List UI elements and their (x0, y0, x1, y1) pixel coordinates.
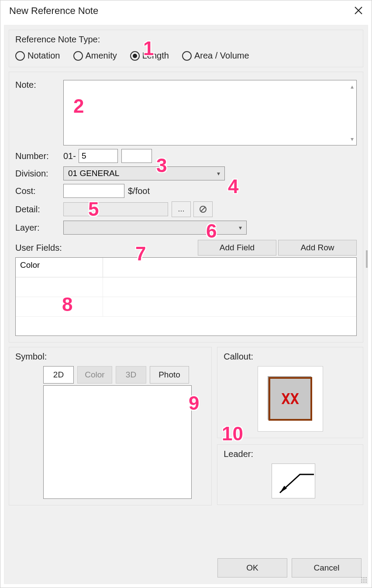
table-header-cell (103, 258, 356, 277)
close-icon[interactable] (351, 3, 366, 18)
symbol-preview[interactable] (43, 385, 192, 499)
user-fields-label: User Fields: (15, 243, 198, 253)
radio-area-volume[interactable]: Area / Volume (182, 51, 249, 61)
add-field-label: Add Field (220, 243, 255, 252)
table-cell[interactable] (16, 277, 103, 297)
cost-label: Cost: (15, 186, 63, 196)
client-area: Reference Note Type: Notation Amenity Le… (4, 25, 368, 584)
radio-icon (73, 51, 83, 61)
number-label: Number: (15, 151, 63, 161)
type-radio-row: Notation Amenity Length Area / Volume (15, 51, 357, 61)
scroll-up-icon[interactable]: ▴ (351, 83, 354, 90)
division-label: Division: (15, 169, 63, 179)
detail-label: Detail: (15, 204, 63, 214)
chevron-down-icon: ▾ (217, 170, 220, 177)
division-value: 01 GENERAL (68, 169, 119, 178)
cancel-button[interactable]: Cancel (292, 558, 362, 578)
dialog-window: New Reference Note Reference Note Type: … (0, 0, 372, 588)
ok-button[interactable]: OK (217, 558, 287, 578)
cost-unit: $/foot (128, 186, 150, 196)
radio-length[interactable]: Length (130, 51, 169, 61)
callout-text: XX (281, 390, 299, 408)
ellipsis-icon: … (178, 205, 185, 213)
table-header-row: Color (16, 258, 356, 277)
table-cell[interactable] (103, 277, 356, 297)
radio-notation-label: Notation (28, 51, 60, 61)
leader-icon (272, 464, 316, 499)
tab-3d-label: 3D (126, 370, 136, 380)
table-row[interactable] (16, 277, 356, 297)
number-input-2[interactable] (121, 149, 152, 163)
note-label: Note: (15, 80, 63, 90)
detail-browse-button[interactable]: … (172, 201, 191, 217)
division-select[interactable]: 01 GENERAL ▾ (63, 166, 225, 180)
table-row[interactable] (16, 297, 356, 317)
radio-icon (15, 51, 25, 61)
callout-preview[interactable]: XX (258, 366, 323, 432)
type-group: Reference Note Type: Notation Amenity Le… (9, 30, 363, 67)
leader-label: Leader: (224, 449, 357, 459)
cancel-label: Cancel (313, 563, 339, 573)
cost-input[interactable] (63, 184, 124, 198)
detail-clear-button[interactable] (193, 201, 213, 217)
radio-amenity-label: Amenity (86, 51, 117, 61)
chevron-down-icon: ▾ (239, 224, 242, 231)
callout-label: Callout: (224, 352, 357, 362)
fields-group: Note: ▴ ▾ Number: 01- Division: 01 GENER… (9, 72, 363, 342)
resize-grip[interactable] (360, 576, 367, 583)
add-row-label: Add Row (300, 243, 334, 252)
table-cell[interactable] (16, 297, 103, 316)
number-prefix: 01- (63, 151, 76, 161)
table-header-cell[interactable]: Color (16, 258, 103, 277)
bottom-section: Symbol: 2D Color 3D Photo Callout: XX (9, 347, 363, 505)
layer-select[interactable]: ▾ (63, 221, 247, 235)
no-icon (199, 205, 207, 213)
number-input-1[interactable] (79, 149, 118, 163)
window-title: New Reference Note (9, 5, 98, 17)
tab-color[interactable]: Color (77, 366, 112, 384)
add-row-button[interactable]: Add Row (278, 240, 357, 256)
dialog-buttons: OK Cancel (217, 558, 362, 578)
symbol-label: Symbol: (15, 352, 205, 362)
radio-areavol-label: Area / Volume (194, 51, 249, 61)
tab-2d[interactable]: 2D (43, 366, 74, 384)
leader-preview[interactable] (272, 463, 315, 498)
radio-amenity[interactable]: Amenity (73, 51, 117, 61)
svg-line-1 (201, 207, 205, 211)
table-cell[interactable] (103, 297, 356, 316)
user-fields-table[interactable]: Color (15, 257, 357, 336)
add-field-button[interactable]: Add Field (198, 240, 276, 256)
layer-label: Layer: (15, 223, 63, 233)
symbol-group: Symbol: 2D Color 3D Photo (9, 347, 212, 505)
note-textarea[interactable]: ▴ ▾ (63, 80, 357, 145)
scroll-down-icon[interactable]: ▾ (351, 135, 354, 142)
symbol-tabs: 2D Color 3D Photo (43, 366, 205, 384)
radio-icon (130, 51, 140, 61)
leader-group: Leader: (217, 444, 363, 505)
right-column: Callout: XX Leader: (217, 347, 363, 505)
radio-length-label: Length (142, 51, 169, 61)
user-fields-header: User Fields: Add Field Add Row (15, 240, 357, 256)
radio-icon (182, 51, 192, 61)
side-marker (366, 250, 368, 268)
tab-photo-label: Photo (158, 370, 180, 380)
tab-2d-label: 2D (53, 370, 64, 380)
title-bar: New Reference Note (0, 0, 372, 21)
ok-label: OK (246, 563, 258, 573)
radio-notation[interactable]: Notation (15, 51, 60, 61)
detail-readonly (63, 202, 168, 216)
type-group-label: Reference Note Type: (15, 35, 357, 45)
tab-3d[interactable]: 3D (116, 366, 146, 384)
callout-group: Callout: XX (217, 347, 363, 438)
tab-color-label: Color (85, 370, 104, 380)
callout-inner: XX (269, 377, 312, 421)
tab-photo[interactable]: Photo (150, 366, 189, 384)
